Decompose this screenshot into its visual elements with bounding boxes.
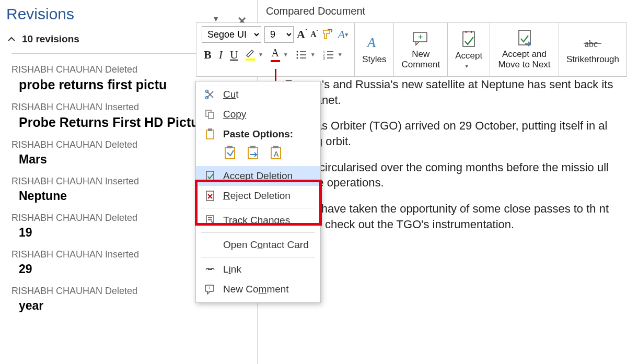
svg-text:A: A [366, 35, 376, 50]
strikethrough-button[interactable]: abc Strikethrough [559, 23, 626, 76]
separator [201, 208, 315, 208]
paste-options-label: Paste Options: [223, 128, 293, 139]
italic-button[interactable]: I [219, 48, 223, 62]
svg-rect-27 [248, 147, 258, 159]
svg-rect-22 [208, 112, 214, 119]
svg-text:+: + [418, 32, 423, 41]
chevron-down-icon[interactable]: ▼ [344, 32, 349, 38]
revisions-count-label: 10 revisions [22, 33, 79, 45]
underline-button[interactable]: U [230, 48, 238, 62]
svg-rect-30 [273, 146, 278, 148]
svg-text:+: + [208, 285, 211, 291]
svg-text:A: A [274, 150, 279, 158]
bold-button[interactable]: B [204, 48, 212, 62]
copy-menu-item[interactable]: Copy [196, 104, 320, 124]
grow-font-icon[interactable]: Aˆ [297, 28, 307, 41]
chevron-down-icon[interactable]: ▼ [464, 63, 469, 69]
svg-point-2 [296, 54, 298, 55]
font-family-select[interactable]: Segoe UI [202, 26, 261, 43]
chevron-down-icon[interactable]: ▼ [258, 52, 263, 57]
cut-label: Cu [223, 89, 236, 100]
new-comment-menu-item[interactable]: + New Comment [196, 279, 320, 299]
svg-point-4 [296, 57, 298, 58]
shrink-font-icon[interactable]: Aˇ [310, 29, 318, 39]
paste-keep-formatting-icon[interactable] [223, 145, 238, 161]
svg-rect-24 [208, 128, 212, 131]
scissors-icon [204, 89, 216, 100]
accept-deletion-menu-item[interactable]: Accept Deletion [196, 166, 320, 186]
svg-text:3: 3 [323, 56, 325, 60]
mini-toolbar: Segoe UI 9 Aˆ Aˇ A ▼ B I U [196, 22, 627, 77]
context-menu: Cut Copy Paste Options: A Accept Deletio… [195, 81, 321, 303]
svg-rect-15 [463, 32, 474, 46]
open-contact-card-menu-item[interactable]: Open Contact Card [196, 235, 320, 255]
paste-icon [204, 128, 216, 140]
separator [201, 232, 315, 233]
styles-button[interactable]: A Styles [355, 23, 394, 76]
accept-button[interactable]: Accept ▼ [448, 23, 490, 76]
font-color-button[interactable]: A [271, 47, 280, 62]
bullets-button[interactable] [296, 50, 307, 60]
svg-rect-32 [206, 171, 214, 181]
copy-icon [204, 109, 216, 120]
reject-deletion-menu-item[interactable]: Reject Deletion [196, 186, 320, 206]
track-changes-menu-item[interactable]: Track Changes [196, 210, 320, 230]
svg-rect-28 [250, 146, 256, 148]
chevron-up-icon [7, 35, 16, 43]
reject-deletion-icon [204, 190, 216, 202]
svg-rect-25 [225, 147, 235, 159]
font-size-select[interactable]: 9 [264, 26, 294, 43]
highlight-button[interactable] [246, 49, 255, 61]
link-menu-item[interactable]: Link [196, 260, 320, 279]
accept-deletion-icon [204, 170, 216, 182]
revision-meta: RISHABH CHAUHAN Deleted [11, 64, 137, 75]
new-comment-label: New Comment [401, 49, 440, 70]
accept-move-label: Accept and Move to Next [497, 49, 551, 70]
doc-paragraph: entists have taken the opportunity of so… [285, 201, 627, 232]
doc-paragraph: ace Gas Orbiter (TGO) arrived on 29 Octo… [285, 118, 627, 149]
strikethrough-label: Strikethrough [566, 54, 619, 65]
chevron-down-icon[interactable]: ▼ [283, 52, 288, 57]
track-changes-icon [204, 215, 216, 226]
new-comment-button[interactable]: + New Comment [394, 23, 448, 76]
styles-label: Styles [362, 54, 386, 65]
doc-paragraph: Europe's and Russia's new satellite at N… [285, 77, 627, 108]
numbering-button[interactable]: 123 [323, 50, 334, 60]
format-painter-icon[interactable] [321, 28, 334, 41]
chevron-down-icon[interactable]: ▼ [310, 52, 316, 57]
accept-move-next-button[interactable]: Accept and Move to Next [490, 23, 559, 76]
paste-merge-icon[interactable] [246, 145, 261, 161]
chevron-down-icon[interactable]: ▼ [338, 52, 343, 57]
comment-icon: + [204, 284, 216, 295]
separator [201, 257, 315, 257]
compared-doc-title: Compared Document [258, 0, 627, 20]
paste-text-only-icon[interactable]: A [269, 145, 284, 161]
doc-paragraph: ust be circularised over the coming mont… [285, 160, 627, 191]
cut-menu-item[interactable]: Cut [196, 85, 320, 104]
paste-options-header: Paste Options: [196, 124, 320, 143]
link-icon [204, 264, 216, 275]
blank-icon [204, 239, 216, 251]
svg-point-0 [296, 51, 298, 52]
copy-label: Copy [223, 109, 246, 120]
svg-text:abc: abc [585, 39, 598, 49]
accept-label: Accept [455, 51, 482, 61]
svg-rect-26 [227, 146, 233, 148]
svg-rect-34 [206, 216, 214, 225]
svg-rect-23 [206, 130, 214, 139]
